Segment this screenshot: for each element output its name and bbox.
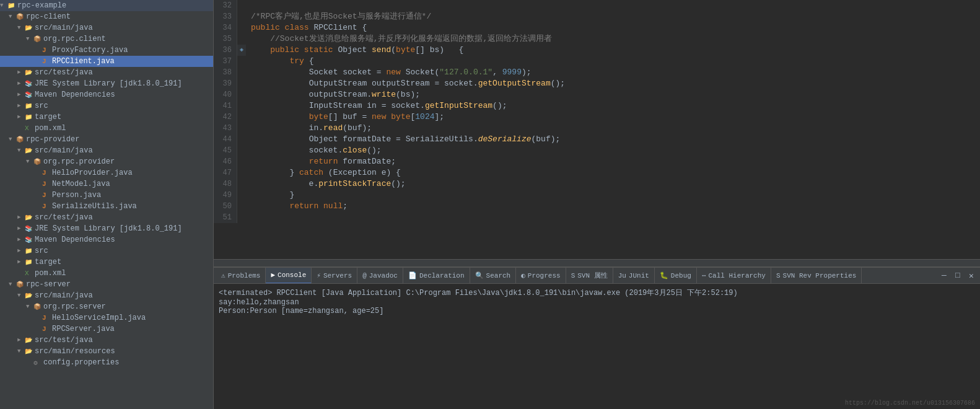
line-number: 51 <box>214 212 237 223</box>
line-number: 48 <box>214 178 237 190</box>
tree-arrow: ▼ <box>9 136 16 143</box>
minimize-panel-button[interactable]: — <box>938 270 950 282</box>
sidebar-item-org-rpc-client[interactable]: ▼📦org.rpc.client <box>0 33 213 45</box>
sidebar-item-ProxyFactory[interactable]: JProxyFactory.java <box>0 45 213 56</box>
sidebar-item-src-main-resources[interactable]: ▼📂src/main/resources <box>0 346 213 357</box>
line-number: 41 <box>214 100 237 112</box>
tree-node-label: RPCServer.java <box>52 325 213 333</box>
line-content: public static Object send(byte[] bs) { <box>246 45 980 56</box>
sidebar-item-src-test-java-3[interactable]: ►📂src/test/java <box>0 335 213 346</box>
tree-node-label: JRE System Library [jdk1.8.0_191] <box>35 79 213 88</box>
tree-node-icon: J <box>42 191 52 199</box>
sidebar-item-src-main-java-1[interactable]: ▼📂src/main/java <box>0 22 213 33</box>
line-number: 44 <box>214 134 237 145</box>
tab-problems[interactable]: ⚠Problems <box>216 268 266 284</box>
tab-search[interactable]: 🔍Search <box>470 268 517 284</box>
sidebar-item-target-1[interactable]: ►📁target <box>0 112 213 123</box>
maximize-panel-button[interactable]: □ <box>952 270 964 282</box>
console-terminated-line: <terminated> RPCClient [Java Application… <box>219 288 975 298</box>
tab-javadoc[interactable]: @Javadoc <box>357 268 403 284</box>
sidebar-item-src-main-java-3[interactable]: ▼📂src/main/java <box>0 290 213 301</box>
sidebar-item-rpc-provider[interactable]: ▼📦rpc-provider <box>0 134 213 145</box>
line-content <box>246 212 980 223</box>
tree-node-icon: 📦 <box>16 136 26 143</box>
tree-node-icon: 📂 <box>25 214 35 221</box>
line-content: in.read(buf); <box>246 123 980 134</box>
search-tab-icon: 🔍 <box>475 271 484 279</box>
line-content: e.printStackTrace(); <box>246 178 980 190</box>
tab-svn-rev[interactable]: SSVN Rev Properties <box>771 268 862 284</box>
tree-node-label: RPCClient.java <box>52 57 213 66</box>
tree-arrow: ► <box>17 337 25 343</box>
tree-node-label: pom.xml <box>35 269 213 278</box>
line-content: socket.close(); <box>246 145 980 156</box>
tree-node-icon: 📚 <box>25 80 35 87</box>
sidebar-item-jre-2[interactable]: ►📚JRE System Library [jdk1.8.0_191] <box>0 223 213 234</box>
sidebar-item-pom-1[interactable]: Xpom.xml <box>0 123 213 134</box>
sidebar-item-Person[interactable]: JPerson.java <box>0 190 213 201</box>
file-tree[interactable]: ▼📁rpc-example▼📦rpc-client▼📂src/main/java… <box>0 0 214 409</box>
tab-progress[interactable]: ◐Progress <box>516 268 566 284</box>
tree-arrow: ▼ <box>9 281 16 288</box>
tree-arrow: ► <box>17 226 25 232</box>
tree-node-icon: J <box>42 58 52 65</box>
line-content: OutputStream outputStream = socket.getOu… <box>246 78 980 89</box>
svn-attr-tab-label: SVN 属性 <box>577 271 607 280</box>
junit-tab-label: JUnit <box>629 272 649 279</box>
tree-arrow: ▼ <box>17 25 25 31</box>
line-number: 40 <box>214 89 237 100</box>
sidebar-item-src-2[interactable]: ►📁src <box>0 245 213 257</box>
sidebar-item-maven-dep-2[interactable]: ►📚Maven Dependencies <box>0 234 213 245</box>
sidebar-item-src-1[interactable]: ►📁src <box>0 100 213 112</box>
close-panel-button[interactable]: ✕ <box>965 270 978 282</box>
line-number: 36 <box>214 45 237 56</box>
tree-node-label: SerializeUtils.java <box>52 202 213 211</box>
tab-declaration[interactable]: 📄Declaration <box>403 268 470 284</box>
console-tab-icon: ▶ <box>271 271 275 279</box>
declaration-tab-label: Declaration <box>419 272 465 279</box>
sidebar-item-src-test-java-2[interactable]: ►📂src/test/java <box>0 212 213 223</box>
tree-node-label: org.rpc.server <box>43 302 213 311</box>
tree-arrow: ► <box>17 237 25 243</box>
sidebar-item-HelloServiceImpl[interactable]: JHelloServiceImpl.java <box>0 312 213 323</box>
sidebar-item-RPCClient[interactable]: JRPCClient.java <box>0 56 213 67</box>
tree-node-icon: J <box>42 314 52 322</box>
line-number: 42 <box>214 112 237 123</box>
tab-call-hierarchy[interactable]: ⋯Call Hierarchy <box>697 268 771 284</box>
sidebar-item-src-test-java-1[interactable]: ►📂src/test/java <box>0 67 213 78</box>
tab-servers[interactable]: ⚡Servers <box>312 268 357 284</box>
tree-node-icon: 📁 <box>7 2 17 9</box>
sidebar-item-rpc-example[interactable]: ▼📁rpc-example <box>0 0 213 11</box>
declaration-tab-icon: 📄 <box>408 271 417 279</box>
tab-svn-attr[interactable]: SSVN 属性 <box>566 268 613 284</box>
tab-junit[interactable]: JuJUnit <box>613 268 655 284</box>
tab-debug[interactable]: 🐛Debug <box>655 268 697 284</box>
sidebar-item-src-main-java-2[interactable]: ▼📂src/main/java <box>0 145 213 156</box>
bottom-panel: ⚠Problems▶Console⚡Servers@Javadoc📄Declar… <box>214 266 980 409</box>
sidebar-item-SerializeUtils[interactable]: JSerializeUtils.java <box>0 201 213 212</box>
sidebar-item-org-rpc-provider[interactable]: ▼📦org.rpc.provider <box>0 156 213 167</box>
tree-arrow: ► <box>17 114 25 120</box>
horizontal-scrollbar[interactable] <box>214 259 980 266</box>
tree-node-icon: X <box>25 270 35 277</box>
code-line: 48 e.printStackTrace(); <box>214 178 980 190</box>
tree-node-label: org.rpc.client <box>43 35 213 43</box>
sidebar-item-org-rpc-server[interactable]: ▼📦org.rpc.server <box>0 301 213 312</box>
tree-arrow: ► <box>17 92 25 98</box>
sidebar-item-target-2[interactable]: ►📁target <box>0 257 213 268</box>
tree-arrow: ► <box>17 69 25 76</box>
tree-node-icon: J <box>42 325 52 333</box>
sidebar-item-jre-1[interactable]: ►📚JRE System Library [jdk1.8.0_191] <box>0 78 213 89</box>
tree-arrow: ► <box>17 248 25 254</box>
sidebar-item-config-properties[interactable]: ⚙config.properties <box>0 357 213 368</box>
sidebar-item-pom-2[interactable]: Xpom.xml <box>0 268 213 279</box>
tree-arrow: ▼ <box>17 348 25 354</box>
sidebar-item-maven-dep-1[interactable]: ►📚Maven Dependencies <box>0 89 213 100</box>
sidebar-item-RPCServer[interactable]: JRPCServer.java <box>0 323 213 335</box>
sidebar-item-HelloProvider[interactable]: JHelloProvider.java <box>0 167 213 178</box>
sidebar-item-NetModel[interactable]: JNetModel.java <box>0 178 213 190</box>
sidebar-item-rpc-server[interactable]: ▼📦rpc-server <box>0 279 213 290</box>
tab-console[interactable]: ▶Console <box>266 268 312 284</box>
sidebar-item-rpc-client[interactable]: ▼📦rpc-client <box>0 11 213 22</box>
code-editor[interactable]: 3233/*RPC客户端,也是用Socket与服务端进行通信*/34public… <box>214 0 980 259</box>
